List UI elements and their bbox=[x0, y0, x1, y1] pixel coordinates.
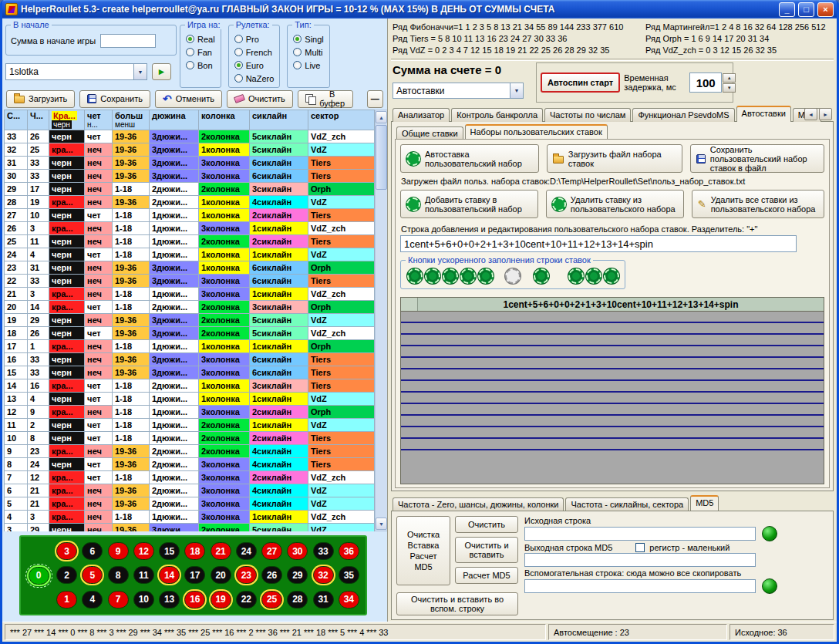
table-row[interactable]: 1633черннеч19-363дюжи...3колонка6сиклайн… bbox=[5, 353, 375, 366]
chip-button[interactable] bbox=[425, 268, 440, 284]
board-number-18[interactable]: 18 bbox=[184, 542, 205, 560]
board-number-29[interactable]: 29 bbox=[287, 566, 308, 584]
table-row[interactable]: 824чернчет19-362дюжи...3колонка4сиклайнT… bbox=[5, 458, 375, 471]
column-header[interactable]: большменш bbox=[113, 110, 150, 130]
table-row[interactable]: 112чернчет1-181дюжи...2колонка1сиклайнVd… bbox=[5, 419, 375, 432]
play-button[interactable]: ► bbox=[152, 63, 171, 80]
main-tab[interactable]: Частоты по числам bbox=[544, 108, 631, 122]
table-row[interactable]: 2233черннеч19-363дюжи...3колонка6сиклайн… bbox=[5, 275, 375, 288]
action-button[interactable]: Удалить ставку из пользовательского набо… bbox=[546, 190, 684, 218]
board-number-1[interactable]: 1 bbox=[56, 591, 77, 609]
minimize-button[interactable]: _ bbox=[779, 2, 795, 17]
tab-scroll-right-icon[interactable]: ► bbox=[819, 108, 832, 120]
toolbar-button[interactable]: Очистить bbox=[227, 90, 293, 108]
freq-tab[interactable]: Частота - сиклайны, сектора bbox=[565, 497, 689, 511]
table-row[interactable]: 213кра...неч1-181дюжи...3колонка1сиклайн… bbox=[5, 288, 375, 301]
board-number-3[interactable]: 3 bbox=[56, 542, 77, 560]
table-row[interactable]: 2331черннеч19-363дюжи...1колонка6сиклайн… bbox=[5, 261, 375, 275]
toolbar-button[interactable]: ↶Отменить bbox=[155, 90, 222, 108]
table-row[interactable]: 1533черннеч19-363дюжи...3колонка6сиклайн… bbox=[5, 366, 375, 379]
board-number-19[interactable]: 19 bbox=[211, 591, 231, 609]
chip-button[interactable] bbox=[586, 268, 601, 284]
board-number-25[interactable]: 25 bbox=[261, 591, 282, 609]
radio-option[interactable]: Bon bbox=[186, 59, 215, 72]
board-number-28[interactable]: 28 bbox=[287, 591, 308, 609]
action-button[interactable]: Сохранить пользовательский набор ставок … bbox=[690, 144, 824, 173]
bet-string-input[interactable] bbox=[400, 235, 797, 252]
chip-button[interactable] bbox=[407, 268, 423, 284]
sub-tab[interactable]: Общие ставки bbox=[396, 126, 463, 140]
radio-option[interactable]: Pro bbox=[234, 32, 275, 46]
table-row[interactable]: 3326чернчет19-363дюжи...2колонка5сиклайн… bbox=[5, 130, 375, 143]
board-number-5[interactable]: 5 bbox=[82, 566, 103, 584]
md5-clear-paste-aux-button[interactable]: Очистить и вставить во вспом. строку bbox=[396, 592, 518, 615]
board-number-34[interactable]: 34 bbox=[339, 591, 359, 609]
board-number-35[interactable]: 35 bbox=[339, 566, 359, 584]
tab-scroll-left-icon[interactable]: ◄ bbox=[804, 108, 817, 120]
action-button[interactable]: ✎Удалить все ставки из пользовательского… bbox=[692, 190, 824, 218]
board-number-21[interactable]: 21 bbox=[211, 542, 231, 560]
table-row[interactable]: 43кра...неч1-181дюжи...3колонка1сиклайнV… bbox=[5, 511, 375, 524]
chip-button[interactable] bbox=[505, 268, 521, 284]
table-row[interactable]: 129кра...неч1-181дюжи...3колонка2сиклайн… bbox=[5, 406, 375, 419]
autobet-mode-combo[interactable]: Автоставки ▼ bbox=[393, 83, 524, 99]
board-number-32[interactable]: 32 bbox=[313, 566, 334, 584]
table-row[interactable]: 263кра...неч1-181дюжи...3колонка1сиклайн… bbox=[5, 222, 375, 235]
table-row[interactable]: 1826чернчет19-363дюжи...2колонка5сиклайн… bbox=[5, 327, 375, 340]
md5-aux-action-button[interactable] bbox=[762, 578, 777, 594]
start-sum-input[interactable] bbox=[100, 34, 156, 48]
board-number-17[interactable]: 17 bbox=[184, 566, 205, 584]
table-row[interactable]: 2819кра...неч19-362дюжи...1колонка4сикла… bbox=[5, 196, 375, 209]
board-number-22[interactable]: 22 bbox=[236, 591, 257, 609]
table-row[interactable]: 923кра...неч19-362дюжи...2колонка4сиклай… bbox=[5, 445, 375, 458]
board-number-23[interactable]: 23 bbox=[236, 566, 257, 584]
table-row[interactable]: 329черннеч19-363дюжи...2колонка5сиклайнV… bbox=[5, 524, 375, 532]
table-row[interactable]: 2710чернчет1-181дюжи...1колонка2сиклайнT… bbox=[5, 209, 375, 222]
radio-option[interactable]: Fan bbox=[186, 46, 215, 59]
chip-button[interactable] bbox=[460, 268, 476, 284]
freq-tab[interactable]: MD5 bbox=[690, 495, 719, 511]
column-header[interactable]: С... bbox=[5, 110, 28, 130]
column-header[interactable]: Кра...черн bbox=[49, 110, 85, 130]
md5-output-input[interactable] bbox=[524, 553, 756, 567]
chip-button[interactable] bbox=[478, 268, 494, 284]
board-number-12[interactable]: 12 bbox=[133, 542, 154, 560]
table-row[interactable]: 3133черннеч19-363дюжи...3колонка6сиклайн… bbox=[5, 157, 375, 170]
chip-button[interactable] bbox=[534, 268, 549, 284]
board-number-7[interactable]: 7 bbox=[108, 591, 129, 609]
radio-option[interactable]: Euro bbox=[234, 59, 275, 72]
table-row[interactable]: 1929черннеч19-363дюжи...2колонка5сиклайн… bbox=[5, 314, 375, 327]
board-number-20[interactable]: 20 bbox=[211, 566, 231, 584]
slot-combo[interactable]: 1slotka ▼ bbox=[5, 63, 147, 80]
action-button[interactable]: Загрузить файл набора ставок bbox=[547, 144, 682, 173]
board-number-14[interactable]: 14 bbox=[159, 566, 180, 584]
board-number-26[interactable]: 26 bbox=[261, 566, 282, 584]
board-number-27[interactable]: 27 bbox=[261, 542, 282, 560]
scrollbar-thumb[interactable] bbox=[376, 125, 387, 190]
table-row[interactable]: 521кра...неч19-362дюжи...3колонка4сиклай… bbox=[5, 497, 375, 511]
freq-tab[interactable]: Частота - Zero, шансы, дюжины, колонки bbox=[393, 497, 564, 511]
title-bar[interactable]: HelperRoullet 5.3- create helperroullet@… bbox=[2, 0, 837, 19]
md5-source-input[interactable] bbox=[524, 527, 756, 541]
table-row[interactable]: 2511черннеч1-181дюжи...2колонка2сиклайнT… bbox=[5, 235, 375, 248]
board-number-33[interactable]: 33 bbox=[313, 542, 334, 560]
toolbar-button[interactable]: Сохранить bbox=[79, 90, 150, 108]
delay-input[interactable] bbox=[689, 72, 722, 93]
scroll-down-icon[interactable]: ▼ bbox=[376, 518, 387, 530]
action-button[interactable]: Добавить ставку в пользовательский набор bbox=[400, 190, 538, 218]
board-number-11[interactable]: 11 bbox=[133, 566, 154, 584]
md5-clear-button[interactable]: Очистить bbox=[455, 516, 518, 533]
board-number-2[interactable]: 2 bbox=[56, 566, 77, 584]
toolbar-button[interactable]: Загрузить bbox=[6, 90, 75, 108]
radio-option[interactable]: Multi bbox=[293, 46, 323, 59]
table-row[interactable]: 3225кра...неч19-363дюжи...1колонка5сикла… bbox=[5, 143, 375, 157]
table-row[interactable]: 108чернчет1-181дюжи...2колонка2сиклайнTi… bbox=[5, 432, 375, 445]
chip-button[interactable] bbox=[443, 268, 458, 284]
dropdown-arrow-icon[interactable]: ▼ bbox=[510, 83, 523, 98]
table-row[interactable]: 712кра...чет1-181дюжи...3колонка2сиклайн… bbox=[5, 471, 375, 484]
radio-option[interactable]: French bbox=[234, 46, 275, 59]
md5-aux-input[interactable] bbox=[524, 579, 756, 593]
bet-list-body[interactable] bbox=[401, 312, 824, 484]
board-number-10[interactable]: 10 bbox=[133, 591, 154, 609]
board-number-13[interactable]: 13 bbox=[159, 591, 180, 609]
